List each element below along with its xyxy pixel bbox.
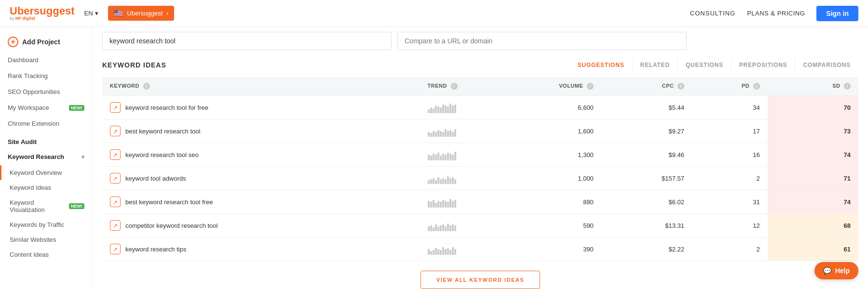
compare-input[interactable] [397,32,687,50]
sidebar-item-content-ideas[interactable]: Content Ideas [0,247,92,262]
sidebar-item-similar-sites[interactable]: Similar Websites [0,232,92,247]
sd-cell: 74 [768,143,858,167]
trend-bar [428,249,430,255]
sidebar-item-kw-ideas[interactable]: Keyword Ideas [0,180,92,195]
trend-bar [430,156,432,160]
content-ideas-label: Content Ideas [10,251,49,258]
add-project-button[interactable]: + Add Project [0,32,92,52]
keyword-link-icon[interactable]: ↗ [110,244,121,254]
sidebar-item-kw-traffic[interactable]: Keywords by Traffic [0,217,92,232]
trend-bar [428,109,430,113]
trend-bar [433,178,434,184]
trend-bar [437,153,439,160]
info-icon-cpc[interactable]: i [678,83,684,90]
volume-cell: 880 [511,190,601,214]
tab-comparisons[interactable]: COMPARISONS [795,59,858,71]
info-icon-sd[interactable]: i [844,83,851,90]
info-icon-keyword[interactable]: i [143,83,150,90]
cpc-cell: $9.27 [601,119,692,143]
tab-related[interactable]: RELATED [633,59,678,71]
pd-cell: 12 [692,214,768,237]
trend-bar [447,248,449,255]
cpc-cell: $2.22 [601,237,692,261]
navbar-right: CONSULTING PLANS & PRICING Sign in [690,6,858,21]
tab-questions[interactable]: QUESTIONS [678,59,732,71]
trend-bar [440,250,442,255]
keyword-cell: ↗ keyword research tool seo [102,143,420,167]
info-icon-trend[interactable]: i [451,83,458,90]
th-sd: SD i [768,77,858,96]
trend-bar [447,106,449,113]
trend-bar [433,154,434,160]
sidebar-item-dashboard[interactable]: Dashboard [0,52,92,68]
sidebar-keyword-research[interactable]: Keyword Research ▾ [0,148,92,165]
project-selector[interactable]: 🇺🇸 Ubersuggest › [108,6,175,21]
logo-text: Ubersuggest [10,6,74,16]
trend-bar [437,226,439,231]
keyword-text: keyword research tool for free [125,104,208,111]
tab-prepositions[interactable]: PREPOSITIONS [732,59,796,71]
trend-bar [437,201,439,208]
keyword-link-icon[interactable]: ↗ [110,126,121,136]
trend-bar [447,223,449,231]
lang-selector[interactable]: EN ▾ [84,10,98,17]
sidebar-item-rank-tracking[interactable]: Rank Tracking [0,68,92,84]
logo[interactable]: Ubersuggest by NP digital [10,6,74,21]
keyword-link-icon[interactable]: ↗ [110,102,121,113]
trend-bar [433,200,434,208]
chevron-down-icon: ▾ [95,10,98,17]
keyword-link-icon[interactable]: ↗ [110,220,121,231]
trend-bar [454,179,456,184]
trend-bar [449,154,451,160]
sidebar-item-kw-viz[interactable]: Keyword Visualization NEW! [0,195,92,217]
info-icon-volume[interactable]: i [587,83,594,90]
trend-bar [452,132,454,137]
tab-suggestions[interactable]: SUGGESTIONS [570,59,633,71]
trend-bar [428,155,430,160]
trend-bar [433,250,434,255]
keyword-research-label: Keyword Research [8,153,64,160]
sign-in-button[interactable]: Sign in [816,6,858,21]
help-button[interactable]: 💬 Help [814,262,858,279]
sidebar-item-chrome-ext[interactable]: Chrome Extension [0,116,92,131]
sidebar-item-seo-opp[interactable]: SEO Opportunities [0,84,92,100]
view-all-button[interactable]: VIEW ALL KEYWORD IDEAS [420,271,540,289]
info-icon-pd[interactable]: i [753,83,760,90]
kw-viz-label: Keyword Visualization [10,199,66,213]
consulting-link[interactable]: CONSULTING [690,10,735,17]
keyword-table: KEYWORD i TREND i VOLUME i CPC i PD i [102,77,858,261]
project-name: Ubersuggest [127,10,163,17]
table-row: ↗ keyword research tips 390 $2.22 2 61 [102,237,858,261]
trend-bar [440,107,442,113]
trend-cell [420,96,511,119]
sidebar-item-my-workspace[interactable]: My Workspace NEW! [0,100,92,116]
th-cpc: CPC i [601,77,692,96]
keyword-cell: ↗ best keyword research tool [102,119,420,143]
table-row: ↗ keyword research tool seo 1,300 $9.46 … [102,143,858,167]
chevron-right-icon: › [166,10,168,17]
keyword-text: keyword research tool seo [125,151,199,158]
trend-bar [454,249,456,255]
site-audit-label[interactable]: Site Audit [0,131,92,148]
navbar-left: Ubersuggest by NP digital EN ▾ 🇺🇸 Ubersu… [10,6,174,21]
keyword-link-icon[interactable]: ↗ [110,197,121,207]
trend-bar [428,132,430,137]
plans-link[interactable]: PLANS & PRICING [747,10,805,17]
search-input[interactable] [102,32,392,50]
keyword-link-icon[interactable]: ↗ [110,149,121,160]
trend-bar [442,105,444,113]
keyword-link-icon[interactable]: ↗ [110,173,121,184]
lang-label: EN [84,10,93,17]
trend-bar [445,226,447,231]
trend-bar [437,177,439,184]
trend-bar [437,130,439,137]
volume-cell: 390 [511,237,601,261]
trend-bar [447,176,449,184]
sd-cell: 74 [768,190,858,214]
trend-bar [428,201,430,208]
main-content: KEYWORD IDEAS SUGGESTIONS RELATED QUESTI… [93,27,868,289]
trend-bar [445,249,447,255]
sidebar-item-kw-overview[interactable]: Keyword Overview [0,165,92,180]
kw-traffic-label: Keywords by Traffic [10,221,64,228]
sidebar: + Add Project Dashboard Rank Tracking SE… [0,27,93,289]
